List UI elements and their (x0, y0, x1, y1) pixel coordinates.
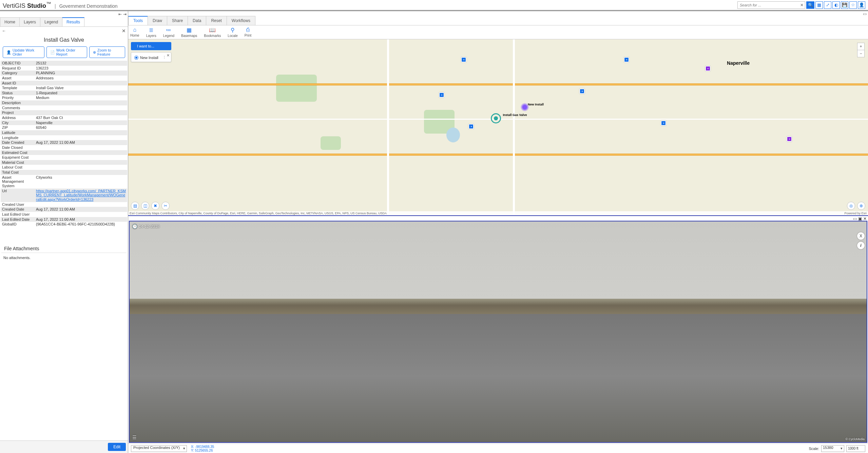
map-point[interactable]: ▪ (624, 57, 629, 62)
favorite-button[interactable]: ☆ (849, 1, 857, 9)
zoom-in-button[interactable]: + (857, 43, 865, 50)
bookmarks-icon: 📖 (209, 27, 216, 33)
sv-minimize-icon[interactable]: ▭ (853, 216, 857, 220)
field-value: Aug 17, 2022 11:00 AM (35, 140, 127, 145)
sidebar-tab-legend[interactable]: Legend (40, 17, 62, 26)
edit-button[interactable]: Edit (108, 443, 126, 451)
close-icon[interactable]: ✕ (122, 28, 126, 34)
map-point[interactable]: ▪ (787, 136, 792, 142)
back-arrow-icon[interactable]: ← (2, 28, 6, 33)
new-install-marker[interactable] (520, 103, 529, 112)
print-icon: ⎙ (246, 27, 250, 33)
field-label: City (1, 120, 35, 125)
field-row: Urlhttps://partner-app01.cityworks.com/_… (1, 189, 127, 202)
map-view[interactable]: I want to... ✕ New Install ⋮ Install Gas… (128, 39, 868, 216)
bookmarks-tool[interactable]: 📖Bookmarks (204, 27, 221, 38)
brand-subtitle: Government Demonstration (59, 3, 118, 9)
sidebar-tab-results[interactable]: Results (62, 17, 84, 26)
field-value (35, 155, 127, 160)
theme-button[interactable]: ◐ (832, 1, 840, 9)
content-expand-icon[interactable]: ▭ (863, 12, 867, 16)
content-tab-share[interactable]: Share (167, 16, 188, 25)
map-tool-2[interactable]: ◫ (141, 202, 149, 210)
streetview-info-button[interactable]: i (857, 242, 865, 249)
streetview-panel[interactable]: 🕑 14-12-2018 X i ☰ © CycloMedia (129, 221, 867, 443)
save-button[interactable]: 💾 (841, 1, 848, 9)
map-tool-4[interactable]: ✂ (161, 202, 170, 210)
popup-close-icon[interactable]: ✕ (167, 53, 170, 58)
content-tab-data[interactable]: Data (188, 16, 206, 25)
kebab-icon[interactable]: ⋮ (162, 55, 166, 60)
sidebar-tab-layers[interactable]: Layers (19, 17, 40, 26)
field-row: Project (1, 110, 127, 115)
map-point[interactable]: ▪ (661, 120, 666, 126)
locate-button[interactable]: ◎ (847, 202, 855, 210)
user-button[interactable]: 👤 (858, 1, 865, 9)
locale-tool[interactable]: ⚲Locale (228, 27, 237, 38)
streetview-bar: ▭ ▣ ✕ (128, 216, 868, 221)
content-tab-reset[interactable]: Reset (206, 16, 227, 25)
field-label: Estimated Cost (1, 150, 35, 155)
field-row: AssetAddresses (1, 76, 127, 81)
city-label: Naperville (727, 60, 750, 66)
field-value[interactable]: https://partner-app01.cityworks.com/_PAR… (35, 189, 127, 202)
basemaps-tool[interactable]: ▦Basemaps (181, 27, 197, 38)
field-label: Created User (1, 202, 35, 207)
map-point[interactable]: ▪ (468, 124, 474, 129)
sv-close-icon[interactable]: ✕ (863, 216, 867, 220)
search-button[interactable]: 🔍 (806, 1, 814, 9)
field-value: Aug 17, 2022 11:00 AM (35, 217, 127, 222)
sidebar-tab-home[interactable]: Home (0, 17, 20, 26)
map-point[interactable]: ▪ (439, 92, 444, 98)
field-row: Asset ID (1, 81, 127, 86)
map-point[interactable]: ▪ (461, 57, 466, 62)
result-popup: ✕ New Install ⋮ (131, 52, 171, 62)
sv-maximize-icon[interactable]: ▣ (858, 216, 862, 220)
home-tool[interactable]: ⌂Home (130, 27, 139, 38)
compass-button[interactable]: ⊕ (857, 202, 865, 210)
legend-tool[interactable]: ≔Legend (163, 27, 174, 38)
content-tab-draw[interactable]: Draw (148, 16, 167, 25)
expand-button[interactable]: ⤢ (824, 1, 831, 9)
locale-icon: ⚲ (231, 27, 235, 33)
field-row: Status1-Requested (1, 91, 127, 96)
coordinates-readout: X: -9819488.35 Y: 5125655.26 (191, 445, 214, 452)
zoom-control: + − (857, 43, 865, 57)
search-clear-icon[interactable]: ✕ (799, 3, 805, 7)
scale-input[interactable]: 15380 (821, 445, 844, 452)
field-value: 437 Burr Oak Ct (35, 115, 127, 120)
sidebar-collapse-icon[interactable]: ⇤ (118, 12, 122, 17)
field-row: Labour Cost (1, 165, 127, 170)
zoom-to-feature-button[interactable]: ⊕Zoom to Feature (89, 46, 125, 58)
feature-fields: OBJECTID25132Request ID136223CategoryPLA… (0, 61, 128, 240)
field-label: Date Created (1, 140, 35, 145)
sidebar-expand-icon[interactable]: ⇥ (123, 12, 127, 17)
i-want-to-button[interactable]: I want to... (131, 42, 171, 50)
map-tool-3[interactable]: ✖ (151, 202, 159, 210)
field-label: Request ID (1, 66, 35, 71)
streetview-x-button[interactable]: X (857, 232, 865, 240)
print-tool[interactable]: ⎙Print (245, 27, 252, 38)
layers-tool[interactable]: ≣Layers (146, 27, 156, 38)
field-value (35, 212, 127, 217)
zoom-out-button[interactable]: − (857, 50, 865, 57)
map-point[interactable]: ▪ (579, 88, 585, 94)
content-tab-workflows[interactable]: Workflows (227, 16, 255, 25)
map-point[interactable]: ▪ (705, 66, 711, 71)
field-row: Longitude (1, 135, 127, 140)
field-label: Labour Cost (1, 165, 35, 170)
content-tab-tools[interactable]: Tools (128, 16, 148, 25)
update-work-order-button[interactable]: 👤Update Work Order (3, 46, 44, 58)
popup-result-item[interactable]: New Install ⋮ (133, 53, 168, 62)
projection-select[interactable]: Projected Coordinates (X/Y) (131, 445, 187, 452)
field-row: Latitude (1, 130, 127, 135)
footer-right: Scale: 15380 1000 ft (809, 445, 865, 452)
field-label: Template (1, 85, 35, 91)
work-order-report-button[interactable]: 📄Work Order Report (46, 46, 87, 58)
streetview-menu-icon[interactable]: ☰ (132, 435, 137, 440)
field-row: Comments (1, 105, 127, 111)
map-tool-1[interactable]: ▤ (131, 202, 139, 210)
field-value (35, 105, 127, 111)
search-input[interactable] (738, 3, 799, 7)
calendar-button[interactable]: ▦ (815, 1, 823, 9)
